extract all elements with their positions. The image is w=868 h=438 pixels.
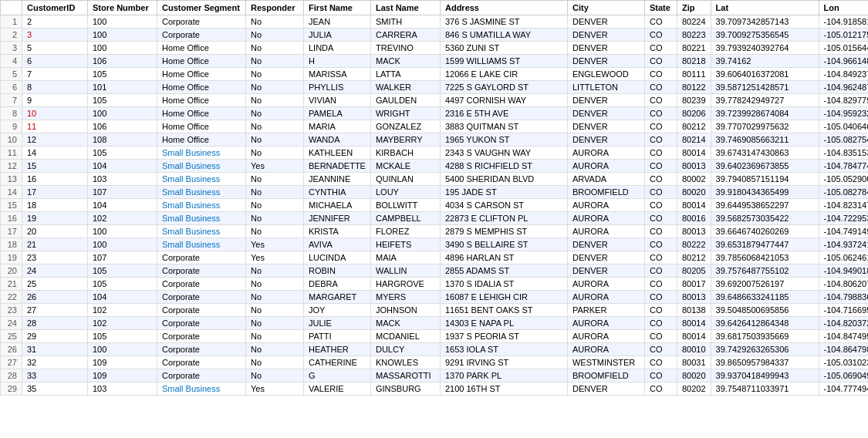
- cell-city: AURORA: [567, 160, 644, 173]
- table-row: 2226104CorporateNoMARGARETMYERS16087 E L…: [1, 291, 869, 304]
- row-num: 20: [1, 264, 22, 278]
- row-num: 2: [1, 29, 22, 42]
- col-header-responder[interactable]: Responder: [246, 1, 304, 15]
- cell-state: CO: [644, 369, 677, 382]
- cell-city: DENVER: [567, 382, 644, 396]
- cell-city: AURORA: [567, 225, 644, 238]
- data-table-container[interactable]: CustomerID Store Number Customer Segment…: [0, 0, 868, 438]
- cell-customerid: 29: [22, 330, 88, 343]
- cell-address: 1599 WILLIAMS ST: [440, 55, 567, 68]
- cell-lat: 39.778242949727: [711, 94, 819, 107]
- cell-city: BROOMFIELD: [567, 369, 644, 382]
- cell-responder: No: [246, 330, 304, 343]
- cell-lastname: FLOREZ: [370, 225, 440, 238]
- cell-state: CO: [644, 278, 677, 291]
- cell-responder: No: [246, 133, 304, 147]
- cell-lon: -105.031023795469: [819, 356, 868, 369]
- cell-lastname: WALKER: [370, 81, 440, 94]
- cell-city: AURORA: [567, 330, 644, 343]
- cell-city: DENVER: [567, 15, 644, 29]
- cell-customerid: 8: [22, 81, 88, 94]
- cell-firstname: MARIA: [304, 120, 371, 133]
- cell-firstname: VIVIAN: [304, 94, 371, 107]
- cell-store: 105: [88, 264, 157, 278]
- table-row: 57105Home OfficeNoMARISSALATTA12066 E LA…: [1, 68, 869, 81]
- col-header-zip[interactable]: Zip: [677, 1, 711, 15]
- cell-lat: 39.6531879477447: [711, 238, 819, 251]
- cell-responder: No: [246, 94, 304, 107]
- col-header-segment[interactable]: Customer Segment: [157, 1, 246, 15]
- cell-lastname: HARGROVE: [370, 278, 440, 291]
- cell-city: LITTLETON: [567, 81, 644, 94]
- cell-lat: 39.6817503935669: [711, 330, 819, 343]
- row-num: 8: [1, 107, 22, 120]
- cell-state: CO: [644, 29, 677, 42]
- cell-store: 105: [88, 94, 157, 107]
- cell-zip: 80214: [677, 133, 711, 147]
- cell-segment: Home Office: [157, 68, 246, 81]
- cell-responder: No: [246, 212, 304, 225]
- cell-lastname: BOLLWITT: [370, 199, 440, 212]
- cell-lon: -105.082784784243: [819, 186, 868, 199]
- table-row: 1012108Home OfficeNoWANDAMAYBERRY1965 YU…: [1, 133, 869, 147]
- cell-address: 9291 IRVING ST: [440, 356, 567, 369]
- cell-lat: 39.7009275356545: [711, 29, 819, 42]
- cell-address: 4497 CORNISH WAY: [440, 94, 567, 107]
- cell-state: CO: [644, 225, 677, 238]
- cell-lastname: HEIFETS: [370, 238, 440, 251]
- cell-customerid: 7: [22, 68, 88, 81]
- cell-state: CO: [644, 81, 677, 94]
- cell-state: CO: [644, 382, 677, 396]
- cell-address: 4896 HARLAN ST: [440, 251, 567, 264]
- cell-lastname: WRIGHT: [370, 107, 440, 120]
- col-header-city[interactable]: City: [567, 1, 644, 15]
- row-num: 19: [1, 251, 22, 264]
- cell-responder: Yes: [246, 382, 304, 396]
- cell-state: CO: [644, 238, 677, 251]
- cell-zip: 80014: [677, 317, 711, 330]
- col-header-customerid[interactable]: CustomerID: [22, 1, 88, 15]
- cell-responder: No: [246, 317, 304, 330]
- table-row: 1518104Small BusinessNoMICHAELABOLLWITT4…: [1, 199, 869, 212]
- col-header-state[interactable]: State: [644, 1, 677, 15]
- col-header-lastname[interactable]: Last Name: [370, 1, 440, 15]
- cell-segment: Corporate: [157, 278, 246, 291]
- cell-firstname: CATHERINE: [304, 356, 371, 369]
- cell-city: AURORA: [567, 343, 644, 356]
- col-header-firstname[interactable]: First Name: [304, 1, 371, 15]
- cell-address: 4288 S RICHFIELD ST: [440, 160, 567, 173]
- table-row: 1821100Small BusinessYesAVIVAHEIFETS3490…: [1, 238, 869, 251]
- cell-responder: No: [246, 278, 304, 291]
- row-num: 7: [1, 94, 22, 107]
- cell-responder: No: [246, 81, 304, 94]
- cell-state: CO: [644, 264, 677, 278]
- cell-city: PARKER: [567, 304, 644, 317]
- cell-responder: No: [246, 369, 304, 382]
- cell-customerid: 19: [22, 212, 88, 225]
- cell-store: 102: [88, 212, 157, 225]
- cell-address: 7225 S GAYLORD ST: [440, 81, 567, 94]
- col-header-address[interactable]: Address: [440, 1, 567, 15]
- cell-lat: 39.9370418499943: [711, 369, 819, 382]
- cell-state: CO: [644, 251, 677, 264]
- row-num: 17: [1, 225, 22, 238]
- cell-state: CO: [644, 291, 677, 304]
- cell-lon: -104.937241282934: [819, 238, 868, 251]
- cell-customerid: 23: [22, 251, 88, 264]
- table-row: 1215104Small BusinessYesBERNADETTEMCKALE…: [1, 160, 869, 173]
- cell-lastname: WALLIN: [370, 264, 440, 278]
- col-header-lat[interactable]: Lat: [711, 1, 819, 15]
- cell-responder: No: [246, 356, 304, 369]
- cell-lat: 39.7097342857143: [711, 15, 819, 29]
- cell-lon: -105.082754280269: [819, 133, 868, 147]
- cell-lon: -104.962487942571: [819, 81, 868, 94]
- cell-store: 101: [88, 81, 157, 94]
- cell-city: DENVER: [567, 29, 644, 42]
- row-num: 4: [1, 55, 22, 68]
- cell-segment: Corporate: [157, 304, 246, 317]
- table-row: 2529105CorporateNoPATTIMCDANIEL1937 S PE…: [1, 330, 869, 343]
- cell-responder: No: [246, 147, 304, 160]
- col-header-lon[interactable]: Lon: [819, 1, 868, 15]
- col-header-store[interactable]: Store Number: [88, 1, 157, 15]
- cell-firstname: G: [304, 369, 371, 382]
